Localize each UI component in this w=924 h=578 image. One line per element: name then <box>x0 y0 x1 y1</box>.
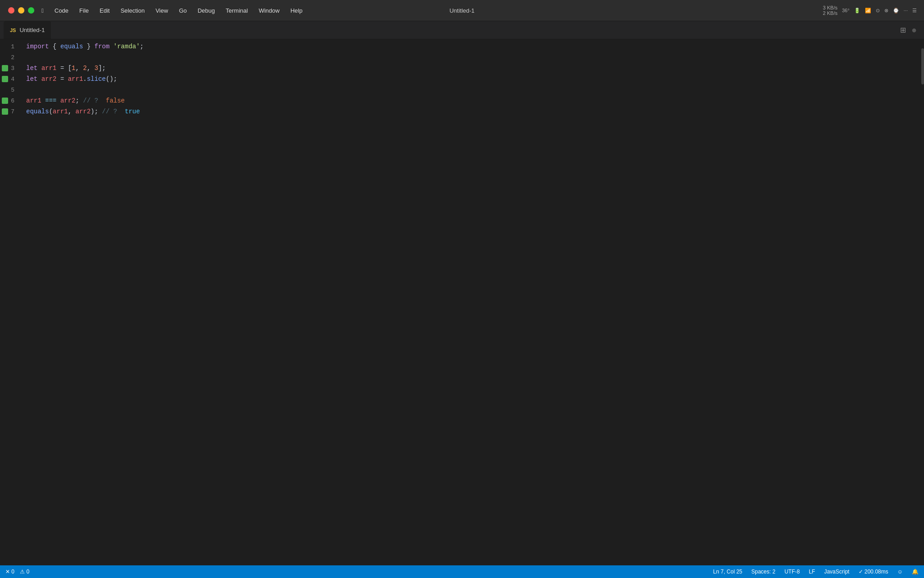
run-badge-6[interactable] <box>2 98 8 104</box>
token-eq1: = [ <box>56 65 72 72</box>
code-line-3: let arr1 = [ 1 , 2 , 3 ]; <box>23 63 919 74</box>
error-count: 0 <box>11 569 14 575</box>
token-arr1-6: arr1 <box>26 97 42 104</box>
token-parens: (); <box>106 75 117 83</box>
language-mode[interactable]: JavaScript <box>824 569 850 575</box>
maximize-button[interactable] <box>28 7 34 14</box>
token-semi6: ; <box>75 97 83 104</box>
menu-extra-3: ⌚ <box>893 8 899 14</box>
tab-actions: ⊞ ● <box>900 25 917 35</box>
line-gutter: 1 2 3 4 5 6 7 <box>0 39 23 565</box>
menu-apple[interactable]:  <box>36 5 49 16</box>
scrollbar-thumb[interactable] <box>921 48 924 84</box>
traffic-lights <box>0 7 34 14</box>
run-badge-3[interactable] <box>2 65 8 71</box>
menu-bar:  Code File Edit Selection View Go Debug… <box>0 5 308 16</box>
token-bracket-close: ]; <box>98 65 106 72</box>
run-badge-4[interactable] <box>2 76 8 82</box>
line-number-3: 3 <box>11 65 23 72</box>
token-dot: . <box>83 75 87 83</box>
titlebar:  Code File Edit Selection View Go Debug… <box>0 0 924 21</box>
editor: 1 2 3 4 5 6 7 i <box>0 39 924 565</box>
token-space4 <box>37 75 41 83</box>
token-comma2: , <box>87 65 94 72</box>
token-space3 <box>37 65 41 72</box>
line-number-1: 1 <box>11 43 23 50</box>
perf-indicator: ✓ 200.08ms <box>859 569 888 575</box>
tab-title: Untitled-1 <box>19 27 45 33</box>
code-area[interactable]: import { equals } from 'ramda' ; let arr… <box>23 39 919 565</box>
active-tab[interactable]: JS Untitled-1 <box>4 21 51 39</box>
menu-terminal[interactable]: Terminal <box>220 5 253 16</box>
menu-extra-1: ⊙ <box>876 8 880 14</box>
token-cmt6: // ? <box>83 97 106 104</box>
menu-go[interactable]: Go <box>174 5 192 16</box>
line-number-5: 5 <box>11 87 23 93</box>
scrollbar[interactable] <box>919 39 924 565</box>
menu-view[interactable]: View <box>150 5 174 16</box>
code-line-5 <box>23 84 919 95</box>
token-true-result: true <box>125 108 140 115</box>
token-import: import <box>26 43 49 50</box>
run-badge-7[interactable] <box>2 108 8 115</box>
token-cmt7: // ? <box>102 108 125 115</box>
token-space: { <box>49 43 60 50</box>
token-arr1-ref: arr1 <box>68 75 83 83</box>
token-let-1: let <box>26 65 37 72</box>
token-space6b <box>56 97 60 104</box>
token-from: from <box>94 43 110 50</box>
menu-help[interactable]: Help <box>285 5 308 16</box>
token-comma7: , <box>68 108 75 115</box>
gutter-row-2: 2 <box>0 52 23 63</box>
token-arr1-7: arr1 <box>53 108 68 115</box>
token-arr2-decl: arr2 <box>42 75 57 83</box>
titlebar-right: 3 KB/s 2 KB/s 36° 🔋 📶 ⊙ ⊗ ⌚ ··· ☰ <box>823 5 917 16</box>
menu-extra-4: ··· <box>904 8 908 13</box>
window-title: Untitled-1 <box>449 7 475 14</box>
menu-file[interactable]: File <box>74 5 94 16</box>
menu-window[interactable]: Window <box>253 5 285 16</box>
smiley-icon[interactable]: ☺ <box>897 569 903 575</box>
token-triple-eq: === <box>45 97 56 104</box>
error-indicator[interactable]: ✕ 0 <box>5 569 14 575</box>
token-comma1: , <box>75 65 83 72</box>
line-number-6: 6 <box>11 98 23 104</box>
gutter-row-3: 3 <box>0 63 23 74</box>
line-number-4: 4 <box>11 76 23 83</box>
menu-debug[interactable]: Debug <box>192 5 220 16</box>
cursor-position[interactable]: Ln 7, Col 25 <box>713 569 743 575</box>
code-line-1: import { equals } from 'ramda' ; <box>23 41 919 52</box>
battery-icon: 🔋 <box>854 8 860 14</box>
tab-bar: JS Untitled-1 ⊞ ● <box>0 21 924 39</box>
minimize-button[interactable] <box>18 7 24 14</box>
code-line-2 <box>23 52 919 63</box>
js-language-badge: JS <box>10 28 16 33</box>
token-arr1-decl: arr1 <box>42 65 57 72</box>
line-number-7: 7 <box>11 108 23 115</box>
menu-edit[interactable]: Edit <box>94 5 115 16</box>
menu-selection[interactable]: Selection <box>115 5 150 16</box>
warning-count: 0 <box>26 569 29 575</box>
warning-indicator[interactable]: ⚠ 0 <box>20 569 29 575</box>
wifi-icon: 📶 <box>865 8 871 14</box>
token-equals-call: equals <box>26 108 49 115</box>
line-ending[interactable]: LF <box>809 569 815 575</box>
error-x-icon: ✕ <box>5 569 10 575</box>
token-num1: 1 <box>72 65 75 72</box>
close-button[interactable] <box>8 7 14 14</box>
token-arr2-7: arr2 <box>75 108 91 115</box>
token-let-2: let <box>26 75 37 83</box>
encoding[interactable]: UTF-8 <box>785 569 800 575</box>
indentation[interactable]: Spaces: 2 <box>751 569 775 575</box>
gutter-row-5: 5 <box>0 84 23 95</box>
token-space2 <box>110 43 113 50</box>
token-brace-close: } <box>83 43 94 50</box>
menu-code[interactable]: Code <box>49 5 74 16</box>
token-semi1: ; <box>140 43 143 50</box>
split-editor-icon[interactable]: ⊞ <box>900 26 906 34</box>
code-line-7: equals ( arr1 , arr2 ); // ? true <box>23 106 919 117</box>
temperature: 36° <box>842 8 850 13</box>
code-line-6: arr1 === arr2 ; // ? false <box>23 95 919 106</box>
notification-bell-icon[interactable]: 🔔 <box>912 569 919 575</box>
gutter-row-1: 1 <box>0 41 23 52</box>
